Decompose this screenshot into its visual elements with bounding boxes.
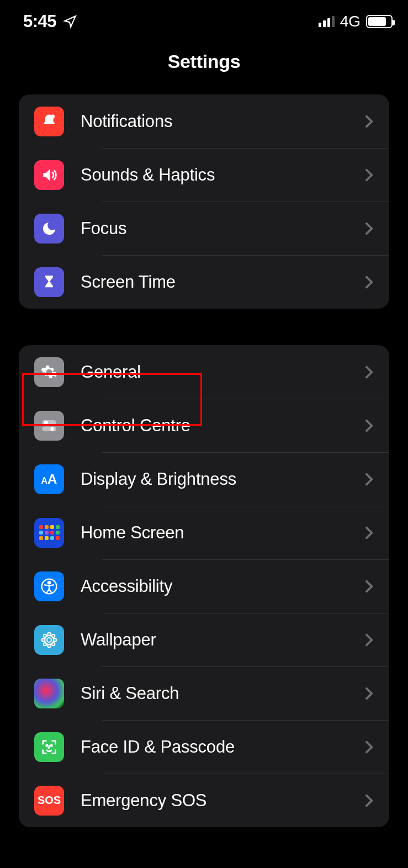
network-label: 4G xyxy=(340,13,361,30)
svg-point-7 xyxy=(47,638,51,642)
focus-item[interactable]: Focus xyxy=(19,202,389,255)
control-centre-icon xyxy=(34,411,64,441)
svg-point-12 xyxy=(54,638,56,641)
svg-point-10 xyxy=(47,644,50,647)
status-bar: 5:45 4G xyxy=(0,0,408,35)
status-right: 4G xyxy=(319,13,393,30)
svg-point-11 xyxy=(42,638,45,641)
wallpaper-icon xyxy=(34,625,64,655)
svg-point-16 xyxy=(52,642,55,645)
gear-icon xyxy=(34,357,64,387)
row-label: Display & Brightness xyxy=(81,469,364,489)
chevron-right-icon xyxy=(364,579,374,594)
sos-icon: SOS xyxy=(34,786,64,816)
battery-icon xyxy=(366,15,393,28)
svg-point-9 xyxy=(47,632,50,635)
control-centre-item[interactable]: Control Centre xyxy=(19,399,389,452)
chevron-right-icon xyxy=(364,418,374,433)
chevron-right-icon xyxy=(364,472,374,487)
status-time: 5:45 xyxy=(23,12,56,31)
svg-point-4 xyxy=(50,427,54,431)
svg-point-17 xyxy=(46,745,47,746)
siri-icon xyxy=(34,679,64,708)
sounds-icon xyxy=(34,160,64,190)
svg-point-13 xyxy=(44,634,46,637)
general-item[interactable]: General xyxy=(19,345,389,399)
wallpaper-item[interactable]: Wallpaper xyxy=(19,613,389,666)
chevron-right-icon xyxy=(364,221,374,236)
home-screen-item[interactable]: Home Screen xyxy=(19,506,389,559)
emergency-sos-item[interactable]: SOS Emergency SOS xyxy=(19,774,389,827)
accessibility-item[interactable]: Accessibility xyxy=(19,559,389,613)
svg-point-6 xyxy=(48,581,50,584)
face-id-passcode-item[interactable]: Face ID & Passcode xyxy=(19,720,389,774)
row-label: Sounds & Haptics xyxy=(81,165,364,185)
chevron-right-icon xyxy=(364,167,374,183)
settings-group-1: Notifications Sounds & Haptics Focus Scr… xyxy=(19,94,389,309)
home-screen-icon xyxy=(34,518,64,548)
row-label: Focus xyxy=(81,219,364,239)
svg-point-15 xyxy=(44,642,46,645)
chevron-right-icon xyxy=(364,793,374,808)
screen-time-icon xyxy=(34,267,64,297)
row-label: Emergency SOS xyxy=(81,791,364,811)
status-left: 5:45 xyxy=(23,12,77,31)
chevron-right-icon xyxy=(364,739,374,755)
screen-time-item[interactable]: Screen Time xyxy=(19,255,389,309)
svg-point-14 xyxy=(52,634,55,637)
row-label: Screen Time xyxy=(81,272,364,292)
settings-group-2: General Control Centre AA Display & Brig… xyxy=(19,345,389,827)
notifications-item[interactable]: Notifications xyxy=(19,94,389,148)
notifications-icon xyxy=(34,107,64,136)
page-title: Settings xyxy=(0,51,408,72)
siri-search-item[interactable]: Siri & Search xyxy=(19,666,389,720)
row-label: Wallpaper xyxy=(81,630,364,650)
row-label: Face ID & Passcode xyxy=(81,737,364,757)
chevron-right-icon xyxy=(364,632,374,648)
focus-icon xyxy=(34,214,64,244)
svg-point-0 xyxy=(51,114,55,119)
row-label: Home Screen xyxy=(81,523,364,543)
accessibility-icon xyxy=(34,571,64,601)
face-id-icon xyxy=(34,732,64,762)
row-label: Siri & Search xyxy=(81,684,364,703)
row-label: General xyxy=(81,362,364,382)
chevron-right-icon xyxy=(364,525,374,541)
chevron-right-icon xyxy=(364,686,374,701)
location-icon xyxy=(63,14,77,29)
page-header: Settings xyxy=(0,35,408,94)
row-label: Accessibility xyxy=(81,576,364,596)
row-label: Control Centre xyxy=(81,416,364,436)
display-brightness-item[interactable]: AA Display & Brightness xyxy=(19,452,389,506)
chevron-right-icon xyxy=(364,274,374,290)
svg-point-2 xyxy=(44,420,48,424)
display-icon: AA xyxy=(34,464,64,494)
chevron-right-icon xyxy=(364,114,374,129)
sounds-haptics-item[interactable]: Sounds & Haptics xyxy=(19,148,389,202)
svg-point-18 xyxy=(51,745,52,746)
chevron-right-icon xyxy=(364,364,374,380)
signal-icon xyxy=(319,16,335,27)
row-label: Notifications xyxy=(81,112,364,131)
